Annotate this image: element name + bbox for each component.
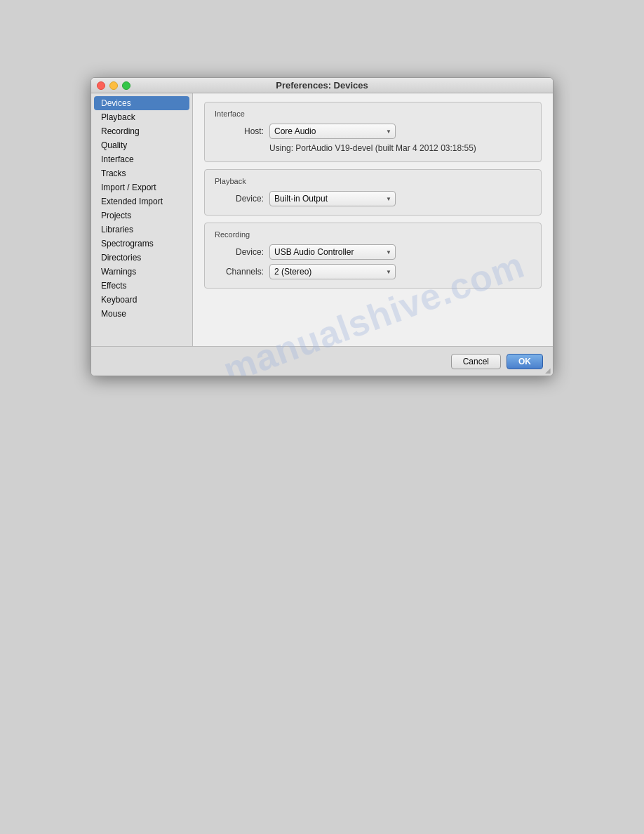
recording-channels-label: Channels:	[215, 267, 264, 277]
maximize-button[interactable]	[122, 81, 130, 90]
sidebar-item-playback[interactable]: Playback	[91, 110, 192, 124]
playback-section-label: Playback	[215, 177, 531, 185]
title-bar: Preferences: Devices	[91, 78, 553, 93]
playback-device-select[interactable]: Built-in Output USB Audio Controller	[269, 191, 396, 206]
close-button[interactable]	[97, 81, 105, 90]
recording-channels-select[interactable]: 1 (Mono) 2 (Stereo) 4 (4-channel)	[269, 264, 396, 279]
using-row: Using: PortAudio V19-devel (built Mar 4 …	[215, 143, 531, 153]
interface-section-label: Interface	[215, 110, 531, 118]
sidebar-item-keyboard[interactable]: Keyboard	[91, 293, 192, 307]
resize-handle[interactable]: ◢	[545, 367, 551, 374]
using-text: Using: PortAudio V19-devel (built Mar 4 …	[269, 143, 476, 153]
preferences-window: Preferences: Devices DevicesPlaybackReco…	[90, 77, 554, 376]
sidebar-item-libraries[interactable]: Libraries	[91, 223, 192, 237]
sidebar-item-warnings[interactable]: Warnings	[91, 265, 192, 279]
sidebar-item-recording[interactable]: Recording	[91, 124, 192, 138]
main-content: Interface Host: Core Audio ALSA Jack Usi…	[193, 93, 553, 346]
recording-channels-select-wrapper: 1 (Mono) 2 (Stereo) 4 (4-channel)	[269, 264, 396, 279]
host-row: Host: Core Audio ALSA Jack	[215, 124, 531, 139]
sidebar-item-tracks[interactable]: Tracks	[91, 166, 192, 180]
host-select-wrapper: Core Audio ALSA Jack	[269, 124, 396, 139]
interface-section: Interface Host: Core Audio ALSA Jack Usi…	[204, 102, 542, 162]
window-footer: Cancel OK	[91, 346, 553, 376]
sidebar-item-interface[interactable]: Interface	[91, 152, 192, 166]
sidebar: DevicesPlaybackRecordingQualityInterface…	[91, 93, 193, 346]
sidebar-item-import-export[interactable]: Import / Export	[91, 180, 192, 194]
recording-channels-row: Channels: 1 (Mono) 2 (Stereo) 4 (4-chann…	[215, 264, 531, 279]
playback-device-label: Device:	[215, 194, 264, 204]
recording-device-row: Device: USB Audio Controller Built-in In…	[215, 244, 531, 260]
playback-section: Playback Device: Built-in Output USB Aud…	[204, 169, 542, 216]
sidebar-item-effects[interactable]: Effects	[91, 279, 192, 293]
sidebar-item-devices[interactable]: Devices	[94, 96, 189, 110]
sidebar-item-quality[interactable]: Quality	[91, 138, 192, 152]
playback-device-row: Device: Built-in Output USB Audio Contro…	[215, 191, 531, 206]
recording-device-label: Device:	[215, 247, 264, 257]
minimize-button[interactable]	[109, 81, 118, 90]
sidebar-item-directories[interactable]: Directories	[91, 251, 192, 265]
window-body: DevicesPlaybackRecordingQualityInterface…	[91, 93, 553, 346]
sidebar-item-spectrograms[interactable]: Spectrograms	[91, 237, 192, 251]
window-controls	[97, 81, 130, 90]
sidebar-item-extended-import[interactable]: Extended Import	[91, 194, 192, 208]
recording-section-label: Recording	[215, 230, 531, 239]
cancel-button[interactable]: Cancel	[451, 354, 501, 369]
host-select[interactable]: Core Audio ALSA Jack	[269, 124, 396, 139]
sidebar-item-mouse[interactable]: Mouse	[91, 307, 192, 321]
recording-section: Recording Device: USB Audio Controller B…	[204, 223, 542, 289]
host-label: Host:	[215, 126, 264, 136]
sidebar-item-projects[interactable]: Projects	[91, 208, 192, 223]
recording-device-select-wrapper: USB Audio Controller Built-in Input	[269, 244, 396, 260]
window-title: Preferences: Devices	[276, 80, 368, 91]
recording-device-select[interactable]: USB Audio Controller Built-in Input	[269, 244, 396, 260]
playback-device-select-wrapper: Built-in Output USB Audio Controller	[269, 191, 396, 206]
ok-button[interactable]: OK	[507, 354, 543, 369]
